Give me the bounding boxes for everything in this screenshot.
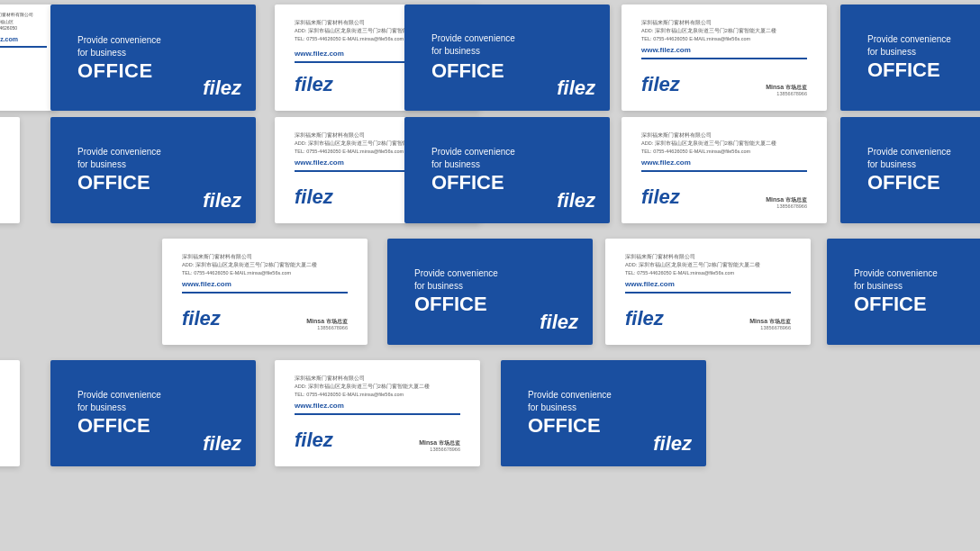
brand: filez [182, 307, 221, 330]
tagline: Provide conveniencefor business [77, 146, 229, 171]
card-white-r4c1: 深圳福来斯门窗材料有限公司ADD: 深圳市福山区龙泉街道三号门2栋门窗智能大厦二… [275, 360, 480, 466]
brand-name: filez [557, 189, 595, 212]
company-info: 深圳福来斯门窗材料有限公司ADD: 深圳市福山区龙泉街道三号门2栋门窗智能大厦二… [182, 253, 348, 276]
card-blue-r4c1: Provide conveniencefor business OFFICE f… [50, 360, 256, 466]
person-name: Minsa 市场总监 [306, 318, 348, 325]
office-label: OFFICE [867, 171, 980, 194]
website-text: www.filez.com [0, 36, 47, 42]
website: www.filez.com [641, 46, 807, 54]
card-white-r2c2: 深圳福来斯门窗材料有限公司ADD: 深圳市福山区龙泉街道三号门2栋门窗智能大厦二… [622, 117, 827, 223]
person-phone: 13856678966 [419, 447, 460, 452]
card-blue-r2c3: Provide conveniencefor business OFFICE [840, 117, 980, 223]
office-label: OFFICE [854, 293, 980, 316]
tagline: Provide conveniencefor business [431, 32, 583, 58]
card-partial-r2-left: 市场总监13856678966 [0, 117, 20, 223]
card-blue-r1c1: Provide conveniencefor business OFFICE f… [50, 5, 256, 111]
brand-name: filez [653, 432, 692, 456]
card-blue-r4c2: Provide conveniencefor business OFFICE f… [501, 360, 706, 466]
blue-divider [641, 170, 807, 172]
person-name: Minsa 市场总监 [766, 84, 807, 91]
website: www.filez.com [625, 280, 791, 288]
card-white-r1c2: 深圳福来斯门窗材料有限公司ADD: 深圳市福山区龙泉街道三号门2栋门窗智能大厦二… [622, 5, 827, 111]
tagline: Provide conveniencefor business [414, 267, 566, 293]
blue-divider [295, 413, 460, 415]
info-partial: 市场总监13856678966 [0, 450, 14, 461]
brand-name-blue: filez [203, 77, 241, 100]
tagline: Provide conveniencefor business [77, 389, 229, 414]
person-name: Minsa 市场总监 [419, 439, 460, 447]
card-white-r3c1: 深圳福来斯门窗材料有限公司ADD: 深圳市福山区龙泉街道三号门2栋门窗智能大厦二… [162, 239, 368, 345]
company-info: 深圳福来斯门窗材料有限公司ADD: 深圳市福山区龙泉街道三号门2栋门窗智能大厦二… [625, 253, 791, 276]
card-blue-r1c2: Provide conveniencefor business OFFICE f… [404, 5, 610, 111]
blue-divider [182, 292, 348, 294]
person-phone: 13856678966 [766, 203, 807, 209]
brand-name: filez [203, 189, 241, 212]
person-name: Minsa 市场总监 [749, 318, 791, 325]
brand: filez [625, 307, 664, 330]
card-blue-r2c2: Provide conveniencefor business OFFICE f… [404, 117, 610, 223]
tagline: Provide conveniencefor business [431, 146, 583, 171]
person-phone: 13856678966 [766, 91, 807, 96]
card-blue-r3c1: Provide conveniencefor business OFFICE f… [387, 239, 593, 345]
card-blue-r1c3: Provide conveniencefor business OFFICE f [840, 5, 980, 111]
company-info: 深圳福来斯门窗材料有限公司ADD: 深圳市福山区龙泉街道三号门2栋门窗智能大厦二… [641, 131, 807, 155]
brand-name: filez [557, 77, 595, 100]
website: www.filez.com [295, 402, 460, 410]
card-partial-r1: 深圳福来斯门窗材料有限公司ADD: 深圳市福山区TEL: 0755-446260… [0, 5, 56, 111]
tagline: Provide conveniencefor business [77, 34, 229, 59]
website: www.filez.com [182, 280, 348, 288]
blue-divider [625, 292, 791, 294]
company-info: 深圳福来斯门窗材料有限公司ADD: 深圳市福山区TEL: 0755-446260… [0, 12, 47, 32]
brand: filez [641, 73, 680, 96]
card-white-r3c2: 深圳福来斯门窗材料有限公司ADD: 深圳市福山区龙泉街道三号门2栋门窗智能大厦二… [605, 239, 811, 345]
tagline: Provide conveniencefor business [854, 267, 980, 293]
brand: filez [295, 429, 333, 452]
person-phone: 13856678966 [306, 325, 348, 330]
brand: filez [295, 185, 333, 209]
tagline: Provide conveniencefor business [867, 146, 980, 171]
person-phone: 13856678966 [749, 325, 791, 330]
company-info: 深圳福来斯门窗材料有限公司ADD: 深圳市福山区龙泉街道三号门2栋门窗智能大厦二… [295, 375, 460, 398]
card-blue-r3c2: Provide conveniencefor business OFFICE [827, 239, 980, 345]
tagline: Provide conveniencefor business [867, 33, 980, 59]
brand-name: filez [203, 432, 241, 456]
brand: filez [295, 73, 333, 96]
card-grid: 深圳福来斯门窗材料有限公司ADD: 深圳市福山区TEL: 0755-446260… [0, 0, 980, 551]
company-info: 深圳福来斯门窗材料有限公司ADD: 深圳市福山区龙泉街道三号门2栋门窗智能大厦二… [641, 19, 807, 42]
person-name: Minsa 市场总监 [766, 196, 807, 203]
website: www.filez.com [641, 158, 807, 167]
card-partial-r4-left: 市场总监13856678966 [0, 360, 20, 466]
divider-line [0, 46, 47, 48]
card-blue-r2c1: Provide conveniencefor business OFFICE f… [50, 117, 256, 223]
blue-divider [641, 58, 807, 59]
person-info-partial: 市场总监13856678966 [0, 207, 14, 218]
brand: filez [641, 185, 680, 209]
office-label: OFFICE [867, 59, 980, 82]
tagline: Provide conveniencefor business [528, 389, 679, 414]
brand-name: filez [540, 311, 578, 334]
